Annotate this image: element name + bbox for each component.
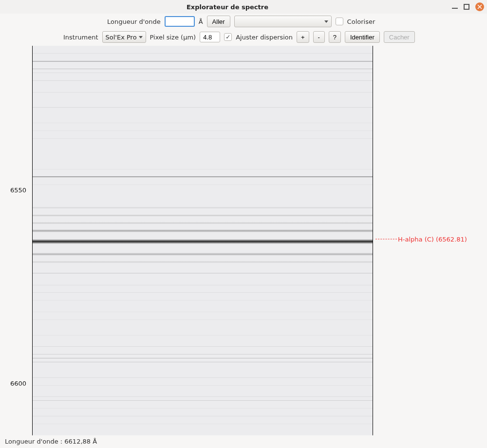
spectrum-plot[interactable]: 65506600 H-alpha (C) (6562.81) [3,46,484,435]
titlebar: Explorateur de spectre [0,0,487,14]
absorption-line [33,239,373,244]
line-annotation: H-alpha (C) (6562.81) [375,236,467,243]
absorption-line [33,92,373,93]
absorption-line [33,273,373,274]
absorption-line [33,169,373,169]
absorption-line [33,362,373,362]
absorption-line [33,416,373,416]
absorption-line [33,408,373,409]
chevron-down-icon [139,36,143,38]
y-tick-label: 6550 [10,187,26,194]
absorption-line [33,292,373,293]
absorption-line [33,73,373,73]
instrument-value: Sol'Ex Pro [106,34,137,41]
absorption-line [33,312,373,312]
absorption-line [33,207,373,208]
absorption-line [33,354,373,355]
pixel-size-input[interactable] [200,32,220,42]
absorption-line [33,176,373,177]
absorption-line [33,123,373,123]
help-button[interactable]: ? [329,31,341,43]
status-text: Longueur d'onde : 6612,88 Å [5,438,97,445]
hide-button: Cacher [384,31,415,43]
adjust-dispersion-checkbox[interactable] [224,33,232,41]
adjust-dispersion-label: Ajuster dispersion [236,34,293,41]
absorption-line [33,335,373,336]
instrument-label: Instrument [63,34,98,41]
toolbar-row-2: Instrument Sol'Ex Pro Pixel size (µm) Aj… [0,29,487,45]
absorption-line [33,229,373,232]
absorption-line [33,69,373,69]
absorption-line [33,185,373,185]
wavelength-input[interactable] [165,16,195,27]
absorption-line [33,53,373,54]
absorption-line [33,358,373,358]
colorize-checkbox[interactable] [336,18,343,25]
absorption-line [33,385,373,386]
chevron-down-icon [324,20,328,23]
go-button[interactable]: Aller [207,16,230,27]
toolbar-row-1: Longueur d'onde Å Aller Coloriser [0,14,487,29]
instrument-combo[interactable]: Sol'Ex Pro [102,31,146,43]
absorption-line [33,131,373,131]
wavelength-unit: Å [199,18,203,25]
colorize-label: Coloriser [347,18,375,25]
pixel-size-label: Pixel size (µm) [150,34,196,41]
absorption-line [33,222,373,224]
absorption-line [33,61,373,62]
absorption-line [33,215,373,216]
absorption-line [33,377,373,378]
absorption-line [33,261,373,263]
absorption-line [33,253,373,256]
spectral-line-combo[interactable] [234,16,332,27]
absorption-line [33,107,373,108]
maximize-icon[interactable] [464,4,469,10]
absorption-line [33,346,373,347]
plus-button[interactable]: + [297,31,309,43]
absorption-line [33,300,373,300]
absorption-line [33,80,373,81]
status-bar: Longueur d'onde : 6612,88 Å [0,435,487,447]
spectrum-canvas[interactable] [32,46,373,435]
identify-button[interactable]: Identifier [345,31,380,43]
absorption-line [33,319,373,320]
absorption-line [33,424,373,424]
absorption-line [33,285,373,285]
absorption-line [33,138,373,139]
minimize-icon[interactable] [452,4,458,10]
absorption-line [33,400,373,401]
close-icon[interactable] [475,2,484,11]
y-tick-label: 6600 [10,380,26,387]
absorption-line [33,396,373,397]
annotation-dash [375,239,397,240]
minus-button[interactable]: - [313,31,325,43]
annotation-label: H-alpha (C) (6562.81) [398,236,467,243]
wavelength-label: Longueur d'onde [107,18,161,25]
window-title: Explorateur de spectre [3,3,452,11]
